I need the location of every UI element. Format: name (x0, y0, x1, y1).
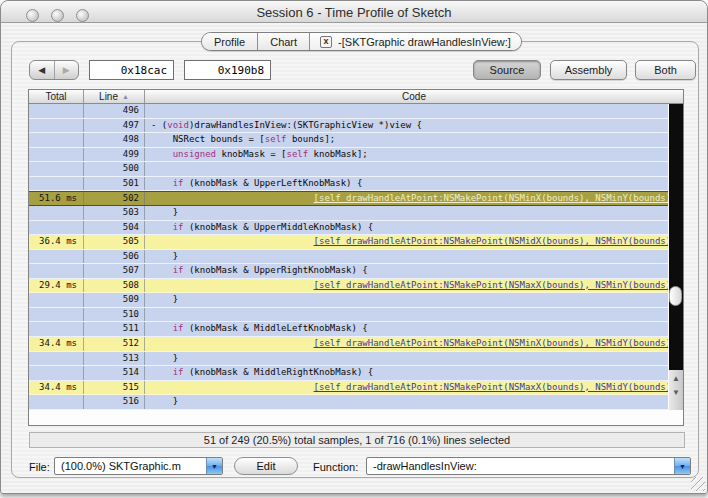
table-row[interactable]: 504 if (knobMask & UpperMiddleKnobMask) … (29, 221, 669, 236)
column-header-total[interactable]: Total (29, 90, 84, 103)
file-dropdown[interactable]: (100.0%) SKTGraphic.m ▼ (54, 457, 223, 475)
code-cell: [self drawHandleAtPoint:NSMakePoint(NSMa… (145, 279, 669, 293)
table-row[interactable]: 510 (29, 308, 669, 323)
total-time-cell (29, 221, 84, 235)
tab-drawhandlesinview[interactable]: x -[SKTGraphic drawHandlesInView:] (310, 33, 521, 50)
assembly-button[interactable]: Assembly (550, 60, 627, 80)
total-time-cell (29, 148, 84, 162)
total-time-cell (29, 264, 84, 278)
table-row[interactable]: 497- (void)drawHandlesInView:(SKTGraphic… (29, 119, 669, 134)
scrollbar-thumb[interactable] (669, 286, 682, 306)
code-cell: } (145, 352, 669, 366)
code-cell (145, 308, 669, 322)
table-row[interactable]: 511 if (knobMask & MiddleLeftKnobMask) { (29, 322, 669, 337)
title-bar[interactable]: Session 6 - Time Profile of Sketch (1, 1, 707, 23)
line-number-cell: 507 (84, 264, 145, 278)
total-time-cell (29, 119, 84, 133)
total-time-cell: 51.6 ms (29, 192, 84, 205)
line-number-cell: 508 (84, 279, 145, 293)
code-cell: if (knobMask & UpperLeftKnobMask) { (145, 177, 669, 191)
line-number-cell: 501 (84, 177, 145, 191)
status-bar: 51 of 249 (20.5%) total samples, 1 of 71… (29, 432, 685, 448)
line-number-cell: 514 (84, 366, 145, 380)
total-time-cell (29, 395, 84, 409)
function-dropdown-arrow-icon[interactable]: ▼ (674, 458, 690, 474)
code-table-body: 496497- (void)drawHandlesInView:(SKTGrap… (29, 104, 683, 410)
dropdown-arrow-glyph: ▼ (211, 463, 218, 470)
edit-button[interactable]: Edit (234, 457, 298, 475)
view-tab-bar: Profile Chart x -[SKTGraphic drawHandles… (201, 32, 522, 51)
total-time-cell (29, 352, 84, 366)
line-number-cell: 509 (84, 293, 145, 307)
table-row[interactable]: 516 } (29, 395, 669, 410)
tab-close-icon[interactable]: x (320, 36, 332, 48)
address-field-start[interactable] (89, 60, 174, 80)
sort-ascending-icon: ▲ (122, 93, 129, 100)
table-row[interactable]: 514 if (knobMask & MiddleRightKnobMask) … (29, 366, 669, 381)
total-time-cell (29, 366, 84, 380)
total-time-cell (29, 206, 84, 220)
forward-arrow-icon[interactable]: ▶ (55, 61, 79, 79)
scrollbar-track[interactable] (669, 104, 683, 370)
total-time-cell: 29.4 ms (29, 279, 84, 293)
history-nav-buttons: ◀ ▶ (29, 60, 79, 80)
column-header-line-label: Line (99, 91, 118, 102)
code-cell: if (knobMask & UpperMiddleKnobMask) { (145, 221, 669, 235)
table-row[interactable]: 503 } (29, 206, 669, 221)
line-number-cell: 496 (84, 104, 145, 118)
table-row[interactable]: 498 NSRect bounds = [self bounds]; (29, 133, 669, 148)
line-number-cell: 505 (84, 235, 145, 249)
total-time-cell: 34.4 ms (29, 337, 84, 351)
dropdown-arrow-glyph: ▼ (679, 463, 686, 470)
code-cell: if (knobMask & MiddleRightKnobMask) { (145, 366, 669, 380)
table-row[interactable]: 513 } (29, 352, 669, 367)
file-label: File: (29, 461, 50, 473)
table-row[interactable]: 496 (29, 104, 669, 119)
scroll-down-icon[interactable]: ▼ (672, 389, 680, 397)
table-row[interactable]: 507 if (knobMask & UpperRightKnobMask) { (29, 264, 669, 279)
table-row[interactable]: 509 } (29, 293, 669, 308)
table-row[interactable]: 499 unsigned knobMask = [self knobMask]; (29, 148, 669, 163)
table-row[interactable]: 36.4 ms505 [self drawHandleAtPoint:NSMak… (29, 235, 669, 250)
line-number-cell: 499 (84, 148, 145, 162)
table-row[interactable]: 34.4 ms512 [self drawHandleAtPoint:NSMak… (29, 337, 669, 352)
both-button[interactable]: Both (635, 60, 696, 80)
code-table: Total Line ▲ Code 496497- (void)drawHand… (28, 89, 684, 426)
source-button[interactable]: Source (473, 60, 541, 80)
line-number-cell: 516 (84, 395, 145, 409)
code-cell: if (knobMask & MiddleLeftKnobMask) { (145, 322, 669, 336)
file-dropdown-value: (100.0%) SKTGraphic.m (55, 458, 206, 474)
line-number-cell: 512 (84, 337, 145, 351)
table-row[interactable]: 51.6 ms502 [self drawHandleAtPoint:NSMak… (29, 191, 669, 206)
total-time-cell (29, 322, 84, 336)
code-cell (145, 104, 669, 118)
function-dropdown[interactable]: -drawHandlesInView: ▼ (366, 457, 691, 475)
total-time-cell: 34.4 ms (29, 381, 84, 395)
line-number-cell: 513 (84, 352, 145, 366)
column-header-code[interactable]: Code (145, 90, 683, 103)
table-row[interactable]: 29.4 ms508 [self drawHandleAtPoint:NSMak… (29, 279, 669, 294)
address-field-end[interactable] (184, 60, 271, 80)
table-row[interactable]: 501 if (knobMask & UpperLeftKnobMask) { (29, 177, 669, 192)
column-header-line[interactable]: Line ▲ (84, 90, 145, 103)
code-cell: } (145, 206, 669, 220)
scroll-up-icon[interactable]: ▲ (672, 375, 680, 383)
table-row[interactable]: 506 } (29, 250, 669, 265)
resize-grip[interactable] (691, 477, 705, 491)
total-time-cell (29, 177, 84, 191)
table-row[interactable]: 34.4 ms515 [self drawHandleAtPoint:NSMak… (29, 381, 669, 396)
code-cell: NSRect bounds = [self bounds]; (145, 133, 669, 147)
total-time-cell (29, 293, 84, 307)
table-row[interactable]: 500 (29, 162, 669, 177)
file-dropdown-arrow-icon[interactable]: ▼ (206, 458, 222, 474)
line-number-cell: 510 (84, 308, 145, 322)
back-arrow-icon[interactable]: ◀ (30, 61, 55, 79)
code-cell: } (145, 293, 669, 307)
code-cell: [self drawHandleAtPoint:NSMakePoint(NSMi… (145, 192, 669, 205)
tab-chart[interactable]: Chart (258, 33, 310, 50)
tab-profile[interactable]: Profile (202, 33, 258, 50)
total-time-cell (29, 162, 84, 176)
line-number-cell: 498 (84, 133, 145, 147)
line-number-cell: 503 (84, 206, 145, 220)
vertical-scrollbar: ▲ ▼ (668, 104, 683, 410)
